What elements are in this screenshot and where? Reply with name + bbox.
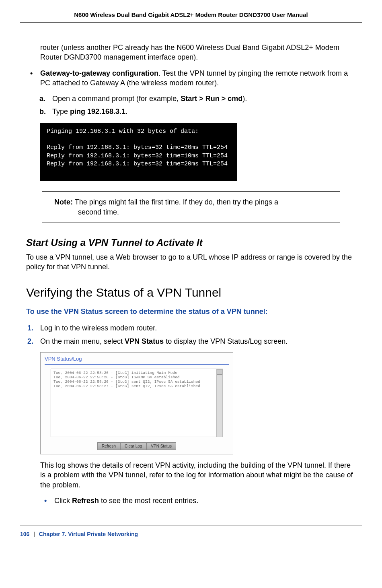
- step-1-text: Log in to the wireless modem router.: [40, 324, 157, 332]
- procedure-intro: To use the VPN Status screen to determin…: [26, 307, 356, 316]
- sub-bullet-after: to see the most recent entries.: [99, 497, 198, 505]
- step-1: 1. Log in to the wireless modem router.: [40, 323, 356, 333]
- step-1-number: 1.: [27, 323, 33, 333]
- page-content: router (unless another PC already has th…: [0, 43, 382, 505]
- vpn-divider: [45, 364, 229, 365]
- subsection-heading-start-vpn: Start Using a VPN Tunnel to Activate It: [26, 237, 356, 248]
- command-prompt-screenshot: Pinging 192.168.3.1 with 32 bytes of dat…: [40, 123, 237, 182]
- step-b: b. Type ping 192.168.3.1.: [52, 107, 356, 116]
- continued-text: router (unless another PC already has th…: [40, 43, 339, 61]
- step-b-text-before: Type: [52, 107, 70, 116]
- vpn-status-screenshot: VPN Status/Log Tue, 2004-06-22 22:58:26 …: [40, 352, 233, 454]
- step-2-bold: VPN Status: [125, 337, 164, 345]
- step-b-bold: ping 192.168.3.1: [70, 107, 125, 116]
- bullet-marker: •: [30, 68, 33, 78]
- bullet-bold-label: Gateway-to-gateway configuration: [40, 69, 158, 77]
- section-heading-verifying: Verifying the Status of a VPN Tunnel: [26, 286, 356, 299]
- note-line2: second time.: [46, 207, 336, 217]
- note-box: Note: The pings might fail the first tim…: [42, 191, 340, 223]
- note-line1: The pings might fail the first time. If …: [73, 198, 278, 206]
- continued-paragraph: router (unless another PC already has th…: [40, 43, 356, 62]
- vpn-screenshot-title: VPN Status/Log: [45, 355, 229, 364]
- page-footer: 106 | Chapter 7. Virtual Private Network…: [20, 526, 362, 537]
- vpn-buttons-row: RefreshClear LogVPN Status: [45, 442, 229, 450]
- sub-bullet-marker: •: [44, 496, 47, 505]
- bullet-gateway-config: • Gateway-to-gateway configuration. Test…: [40, 68, 356, 88]
- step-2-after: to display the VPN Status/Log screen.: [164, 337, 288, 345]
- vpn-log-textarea[interactable]: Tue, 2004-06-22 22:58:26 - [GtoG] initia…: [51, 369, 223, 437]
- refresh-bullet: • Click Refresh to see the most recent e…: [54, 496, 356, 505]
- step-b-text-after: .: [125, 107, 127, 116]
- step-2-number: 2.: [27, 336, 33, 346]
- log-description-paragraph: This log shows the details of recent VPN…: [40, 460, 356, 490]
- step-2: 2. On the main menu, select VPN Status t…: [40, 336, 356, 346]
- vpn-log-content: Tue, 2004-06-22 22:58:26 - [GtoG] initia…: [53, 371, 200, 388]
- footer-separator: |: [33, 531, 35, 537]
- vpn-status-button[interactable]: VPN Status: [146, 442, 176, 450]
- step-a-text-after: ).: [242, 95, 247, 103]
- step-b-marker: b.: [39, 107, 46, 116]
- step-2-before: On the main menu, select: [40, 337, 125, 345]
- scroll-up-button[interactable]: [217, 369, 222, 375]
- note-label: Note:: [54, 198, 73, 206]
- step-a: a. Open a command prompt (for example, S…: [52, 94, 356, 103]
- page-header: N600 Wireless Dual Band Gigabit ADSL2+ M…: [20, 0, 362, 23]
- step-a-marker: a.: [39, 94, 45, 103]
- step-a-text-before: Open a command prompt (for example,: [52, 95, 181, 103]
- subsection-para: To use a VPN tunnel, use a Web browser t…: [26, 252, 356, 272]
- sub-bullet-before: Click: [54, 497, 72, 505]
- cmd-output-text: Pinging 192.168.3.1 with 32 bytes of dat…: [47, 128, 228, 175]
- vpn-scrollbar[interactable]: [216, 369, 222, 437]
- header-title: N600 Wireless Dual Band Gigabit ADSL2+ M…: [74, 11, 308, 18]
- sub-bullet-bold: Refresh: [72, 497, 99, 505]
- refresh-button[interactable]: Refresh: [97, 442, 120, 450]
- clear-log-button[interactable]: Clear Log: [120, 442, 146, 450]
- footer-page-number: 106: [20, 531, 29, 537]
- step-a-bold: Start > Run > cmd: [181, 95, 242, 103]
- footer-chapter: Chapter 7. Virtual Private Networking: [39, 531, 138, 537]
